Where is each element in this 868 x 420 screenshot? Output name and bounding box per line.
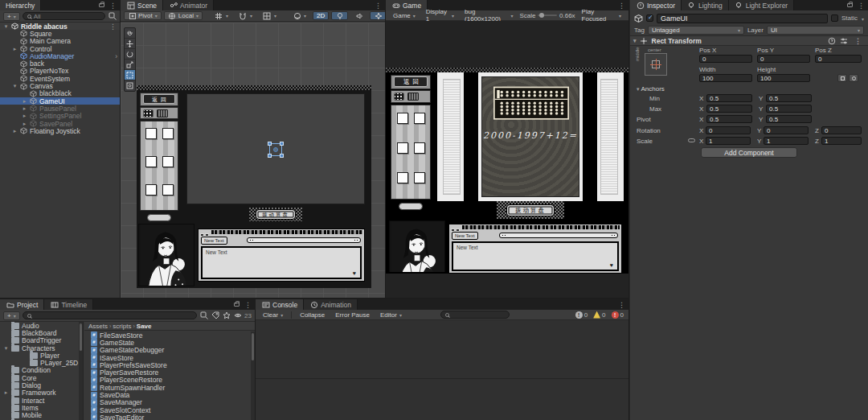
anchor-preset-widget[interactable]	[645, 53, 667, 76]
width-field[interactable]: 100	[699, 74, 752, 82]
hierarchy-item[interactable]: ▸ Floating Joystick	[0, 127, 120, 134]
item-slot[interactable]	[397, 142, 408, 154]
add-component-button[interactable]: Add Component	[701, 147, 797, 158]
create-asset-button[interactable]: +	[3, 311, 20, 320]
file-scrollbar[interactable]	[251, 331, 255, 420]
prefab-nav-icon[interactable]: ›	[115, 52, 120, 60]
file-row[interactable]: # GameStateDebugger	[84, 347, 251, 354]
panel-menu-icon[interactable]	[106, 0, 120, 10]
file-row[interactable]: # SaveTagEditor	[84, 414, 251, 420]
tab-hierarchy[interactable]: Hierarchy	[0, 0, 41, 10]
hierarchy-item[interactable]: AudioManager ›	[0, 52, 120, 60]
scale-tool[interactable]	[125, 60, 135, 70]
abacus-action-button[interactable]: 拨动算盘	[256, 209, 296, 220]
display-dropdown[interactable]: Display 1	[422, 11, 458, 20]
foldout-icon[interactable]: ▸	[22, 105, 27, 112]
pos-y-field[interactable]: 0	[757, 55, 810, 63]
hierarchy-item[interactable]: ▸ Control	[0, 45, 120, 52]
abacus-tool-icon[interactable]	[407, 93, 419, 101]
local-dropdown[interactable]: Local	[164, 11, 203, 20]
grid-visual-dropdown[interactable]	[211, 11, 232, 20]
selection-gizmo[interactable]	[269, 143, 282, 156]
search-by-label-icon[interactable]	[211, 311, 219, 320]
info-count-badge[interactable]: !0	[574, 311, 589, 319]
lock-icon[interactable]	[99, 3, 104, 7]
presets-icon[interactable]	[839, 36, 848, 45]
foldout-icon[interactable]: ▸	[12, 128, 18, 134]
tab-console[interactable]: Console	[256, 299, 304, 310]
foldout-icon[interactable]: ▸	[22, 113, 27, 119]
object-name-field[interactable]: GameUI	[657, 14, 828, 23]
max-y-field[interactable]: 0.5	[766, 105, 812, 113]
crumb-assets[interactable]: Assets	[88, 323, 108, 330]
pivot-x-field[interactable]: 0.5	[706, 115, 752, 123]
gameobject-cube-icon[interactable]	[634, 14, 643, 23]
item-slot[interactable]	[162, 128, 174, 139]
file-row[interactable]: # ReturnSpawnHandler	[84, 384, 251, 391]
help-icon[interactable]	[827, 36, 836, 45]
console-search-input[interactable]	[440, 311, 510, 319]
pivot-y-field[interactable]: 0.5	[766, 115, 812, 123]
lock-icon[interactable]	[234, 303, 240, 307]
foldout-icon[interactable]: ▾	[633, 38, 637, 44]
file-row[interactable]: # ISaveStore	[84, 354, 251, 361]
foldout-icon[interactable]: ▾	[3, 23, 9, 30]
min-y-field[interactable]: 0.5	[766, 94, 812, 102]
transform-tool[interactable]	[125, 80, 135, 91]
file-row[interactable]: # SaveManager	[84, 399, 251, 406]
tab-scene[interactable]: Scene	[121, 0, 163, 10]
rotation-y-field[interactable]: 0	[764, 126, 809, 134]
rect-tool[interactable]	[125, 70, 135, 80]
lock-icon[interactable]	[847, 3, 853, 7]
item-slot[interactable]	[414, 172, 425, 183]
scale-link-icon[interactable]	[688, 138, 695, 142]
abacus-action-button[interactable]: 拨动算盘	[506, 204, 555, 216]
foldout-icon[interactable]: ▸	[12, 46, 18, 52]
game-target-dropdown[interactable]: Game	[389, 11, 420, 20]
scene-header-row[interactable]: ▾ Riddle abacus	[0, 23, 120, 30]
item-slot[interactable]	[145, 128, 157, 139]
panel-menu-icon[interactable]	[241, 299, 255, 310]
back-button[interactable]: 返回	[143, 94, 175, 104]
scale-y-field[interactable]: 1	[764, 137, 809, 145]
item-slot[interactable]	[397, 172, 408, 183]
foldout-icon[interactable]: ▸	[3, 389, 9, 396]
game-viewport[interactable]: 返回	[386, 21, 628, 298]
move-tool[interactable]	[125, 39, 135, 49]
tag-dropdown[interactable]: Untagged	[648, 26, 744, 35]
panel-menu-icon[interactable]	[615, 0, 628, 10]
hierarchy-item[interactable]: Square	[0, 30, 120, 37]
max-x-field[interactable]: 0.5	[706, 105, 752, 113]
layer-dropdown[interactable]: UI	[767, 26, 864, 35]
rect-transform-header[interactable]: ▾ Rect Transform	[630, 35, 868, 46]
warning-count-badge[interactable]: 0	[592, 311, 607, 319]
hierarchy-item[interactable]: back	[0, 60, 120, 67]
collapse-button[interactable]: Collapse	[296, 311, 329, 319]
console-splitter[interactable]	[256, 378, 628, 379]
snap-dropdown[interactable]	[235, 11, 256, 20]
abacus-image[interactable]	[493, 85, 569, 122]
editor-dropdown[interactable]: Editor	[376, 311, 406, 319]
foldout-icon[interactable]: ▸	[22, 121, 27, 127]
foldout-icon[interactable]: ▾	[3, 345, 9, 352]
tab-project[interactable]: Project	[0, 299, 44, 310]
active-checkbox[interactable]	[646, 14, 653, 22]
min-x-field[interactable]: 0.5	[706, 94, 752, 102]
hierarchy-item[interactable]: Main Camera	[0, 38, 120, 45]
blueprint-mode-button[interactable]	[837, 74, 847, 82]
hierarchy-item[interactable]: ▸ GameUI	[0, 97, 120, 105]
project-search-input[interactable]	[23, 311, 197, 319]
pos-z-field[interactable]: 0	[815, 55, 862, 63]
rotation-z-field[interactable]: 0	[821, 126, 862, 134]
search-filter-icon[interactable]	[108, 12, 117, 21]
tab-inspector[interactable]: Inspector	[630, 0, 682, 10]
item-slot[interactable]	[145, 184, 157, 196]
grid-size-dropdown[interactable]	[259, 11, 280, 20]
panel-menu-icon[interactable]	[854, 0, 868, 10]
foldout-icon[interactable]: ▾	[12, 83, 18, 89]
scale-z-field[interactable]: 1	[821, 137, 862, 145]
hierarchy-item[interactable]: ▸ PausePanel	[0, 105, 120, 112]
tree-scrollbar[interactable]	[79, 322, 83, 420]
hierarchy-item[interactable]: ▾ Canvas	[0, 82, 120, 89]
hierarchy-item[interactable]: ▸ SavePanel	[0, 120, 120, 127]
